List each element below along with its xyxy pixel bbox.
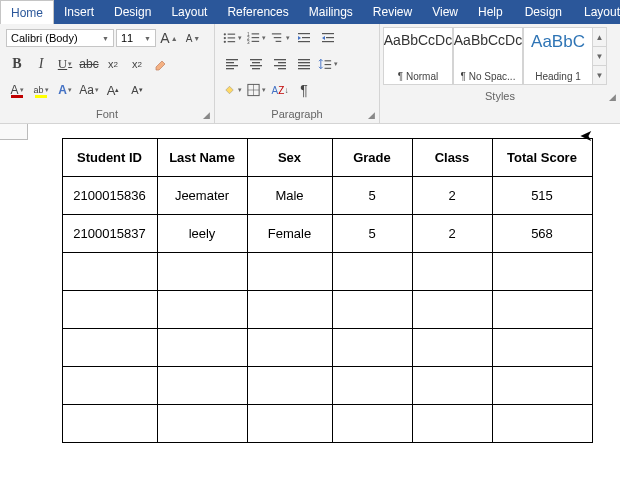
- table-cell[interactable]: Female: [247, 215, 332, 253]
- italic-button[interactable]: I: [30, 53, 52, 75]
- table-cell[interactable]: [62, 253, 157, 291]
- decrease-indent-button[interactable]: [293, 27, 315, 49]
- multilevel-button[interactable]: ▾: [269, 27, 291, 49]
- context-tab-design[interactable]: Design: [515, 0, 572, 24]
- underline-button[interactable]: U▾: [54, 53, 76, 75]
- style-normal[interactable]: AaBbCcDc ¶ Normal: [383, 27, 453, 85]
- bold-button[interactable]: B: [6, 53, 28, 75]
- col-header[interactable]: Sex: [247, 139, 332, 177]
- table-cell[interactable]: [157, 367, 247, 405]
- table-row[interactable]: 2100015836JeematerMale52515: [62, 177, 592, 215]
- styles-dialog-launcher[interactable]: ◢: [609, 92, 616, 102]
- table-cell[interactable]: 2: [412, 215, 492, 253]
- table-cell[interactable]: [412, 329, 492, 367]
- table-cell[interactable]: [412, 367, 492, 405]
- table-row[interactable]: 2100015837leelyFemale52568: [62, 215, 592, 253]
- table-cell[interactable]: [62, 405, 157, 443]
- style-no-spacing[interactable]: AaBbCcDc ¶ No Spac...: [453, 27, 523, 85]
- styles-expand[interactable]: ▼: [593, 66, 606, 84]
- highlight-button[interactable]: ab▾: [30, 79, 52, 101]
- table-cell[interactable]: [412, 291, 492, 329]
- strikethrough-button[interactable]: abc: [78, 53, 100, 75]
- tab-references[interactable]: References: [217, 0, 298, 24]
- table-cell[interactable]: [247, 405, 332, 443]
- shading-button[interactable]: ▾: [221, 79, 243, 101]
- align-center-button[interactable]: [245, 53, 267, 75]
- table-cell[interactable]: [157, 405, 247, 443]
- table-cell[interactable]: [332, 405, 412, 443]
- table-cell[interactable]: [247, 291, 332, 329]
- table-cell[interactable]: [62, 291, 157, 329]
- document-area[interactable]: Student IDLast NameSexGradeClassTotal Sc…: [0, 124, 620, 443]
- align-left-button[interactable]: [221, 53, 243, 75]
- table-cell[interactable]: [157, 329, 247, 367]
- context-tab-layout[interactable]: Layout: [574, 0, 620, 24]
- font-color-button[interactable]: A▾: [6, 79, 28, 101]
- col-header[interactable]: Grade: [332, 139, 412, 177]
- student-table[interactable]: Student IDLast NameSexGradeClassTotal Sc…: [62, 138, 593, 443]
- table-cell[interactable]: leely: [157, 215, 247, 253]
- tab-mailings[interactable]: Mailings: [299, 0, 363, 24]
- table-cell[interactable]: [62, 367, 157, 405]
- table-row[interactable]: [62, 405, 592, 443]
- line-spacing-button[interactable]: ▾: [317, 53, 339, 75]
- table-cell[interactable]: 2100015837: [62, 215, 157, 253]
- table-cell[interactable]: 2: [412, 177, 492, 215]
- table-cell[interactable]: [412, 253, 492, 291]
- tab-help[interactable]: Help: [468, 0, 513, 24]
- show-marks-button[interactable]: ¶: [293, 79, 315, 101]
- subscript-button[interactable]: x2: [102, 53, 124, 75]
- bullets-button[interactable]: ▾: [221, 27, 243, 49]
- table-cell[interactable]: [332, 329, 412, 367]
- table-cell[interactable]: 5: [332, 215, 412, 253]
- table-cell[interactable]: [332, 367, 412, 405]
- table-row[interactable]: [62, 253, 592, 291]
- table-cell[interactable]: 5: [332, 177, 412, 215]
- table-cell[interactable]: [492, 253, 592, 291]
- grow-font-alt-button[interactable]: A▴: [102, 79, 124, 101]
- table-cell[interactable]: [492, 367, 592, 405]
- tab-insert[interactable]: Insert: [54, 0, 104, 24]
- font-size-select[interactable]: 11 ▼: [116, 29, 156, 47]
- shrink-font-button[interactable]: A▼: [182, 27, 204, 49]
- table-cell[interactable]: [157, 253, 247, 291]
- change-case-button[interactable]: Aa▾: [78, 79, 100, 101]
- borders-button[interactable]: ▾: [245, 79, 267, 101]
- tab-layout[interactable]: Layout: [161, 0, 217, 24]
- text-effects-button[interactable]: A▾: [54, 79, 76, 101]
- table-cell[interactable]: 2100015836: [62, 177, 157, 215]
- tab-home[interactable]: Home: [0, 0, 54, 24]
- align-right-button[interactable]: [269, 53, 291, 75]
- table-cell[interactable]: Male: [247, 177, 332, 215]
- table-cell[interactable]: [62, 329, 157, 367]
- table-cell[interactable]: [247, 253, 332, 291]
- table-cell[interactable]: [247, 329, 332, 367]
- superscript-button[interactable]: x2: [126, 53, 148, 75]
- font-dialog-launcher[interactable]: ◢: [203, 110, 210, 120]
- table-row[interactable]: [62, 329, 592, 367]
- style-heading1[interactable]: AaBbC Heading 1: [523, 27, 593, 85]
- table-row[interactable]: [62, 367, 592, 405]
- table-cell[interactable]: [492, 291, 592, 329]
- col-header[interactable]: Class: [412, 139, 492, 177]
- justify-button[interactable]: [293, 53, 315, 75]
- table-row[interactable]: [62, 291, 592, 329]
- increase-indent-button[interactable]: [317, 27, 339, 49]
- tab-review[interactable]: Review: [363, 0, 422, 24]
- col-header[interactable]: Student ID: [62, 139, 157, 177]
- numbering-button[interactable]: 123▾: [245, 27, 267, 49]
- styles-scroll-down[interactable]: ▼: [593, 47, 606, 66]
- paragraph-dialog-launcher[interactable]: ◢: [368, 110, 375, 120]
- table-cell[interactable]: Jeemater: [157, 177, 247, 215]
- table-cell[interactable]: 568: [492, 215, 592, 253]
- table-cell[interactable]: [157, 291, 247, 329]
- table-cell[interactable]: 515: [492, 177, 592, 215]
- col-header[interactable]: Last Name: [157, 139, 247, 177]
- table-cell[interactable]: [412, 405, 492, 443]
- table-cell[interactable]: [492, 329, 592, 367]
- sort-button[interactable]: AZ↓: [269, 79, 291, 101]
- col-header[interactable]: Total Score: [492, 139, 592, 177]
- tab-view[interactable]: View: [422, 0, 468, 24]
- table-cell[interactable]: [247, 367, 332, 405]
- shrink-font-alt-button[interactable]: A▾: [126, 79, 148, 101]
